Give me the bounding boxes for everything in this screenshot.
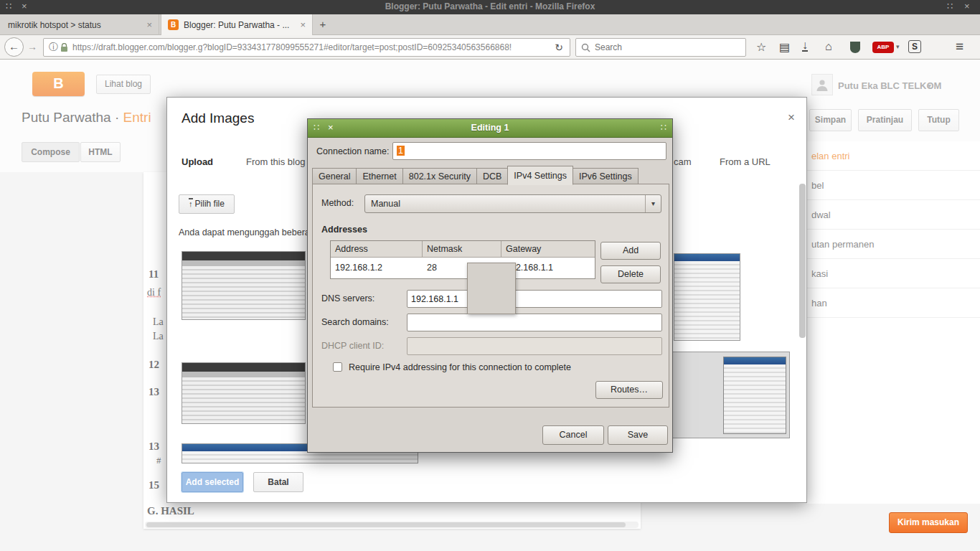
dns-servers-input[interactable]	[407, 290, 662, 308]
search-domains-label: Search domains:	[321, 317, 389, 327]
add-selected-button[interactable]: Add selected	[182, 472, 243, 492]
addresses-heading: Addresses	[321, 225, 367, 235]
thumbnail-content	[674, 261, 740, 340]
nm-dialog-titlebar[interactable]: ∷ × Editing 1 ∷	[308, 119, 672, 138]
back-button[interactable]: ←	[4, 37, 24, 57]
pocket-shield-icon[interactable]	[849, 41, 861, 54]
window-grip-right-icon[interactable]: ∷	[947, 1, 953, 11]
site-info-icon[interactable]: ⓘ	[49, 41, 58, 54]
tab-mikrotik-hotspot[interactable]: mikrotik hotspot > status ×	[1, 14, 159, 35]
thumbnail-titlebar	[182, 363, 305, 372]
url-text[interactable]: https://draft.blogger.com/blogger.g?blog…	[72, 42, 551, 52]
connection-name-label: Connection name:	[316, 146, 389, 156]
tab-from-this-blog[interactable]: From this blog	[246, 156, 305, 167]
save-button[interactable]: Save	[608, 425, 668, 445]
choose-file-button[interactable]: ↑Pilih file	[179, 194, 235, 214]
cell-address[interactable]: 192.168.1.2	[331, 258, 423, 278]
feedback-button[interactable]: Kirim masukan	[889, 512, 968, 533]
add-button[interactable]: Add	[600, 242, 661, 260]
adblock-caret-icon[interactable]: ▾	[896, 43, 900, 50]
screen: ∷ × Blogger: Putu Parwatha - Edit entri …	[0, 0, 980, 551]
require-ipv4-checkbox[interactable]	[333, 362, 342, 372]
hamburger-menu-icon[interactable]: ≡	[956, 39, 963, 55]
navigation-toolbar: ← → ⓘ https://draft.blogger.com/blogger.…	[0, 35, 980, 60]
thumbnail-titlebar	[724, 357, 786, 364]
window-close-right-icon[interactable]: ×	[964, 1, 970, 11]
addresses-table-header: Address Netmask Gateway	[331, 241, 595, 258]
tab-close-icon[interactable]: ×	[300, 19, 306, 30]
thumbnail-titlebar	[674, 254, 740, 261]
thumbnail-content	[724, 364, 786, 433]
header-netmask[interactable]: Netmask	[423, 241, 501, 257]
downloads-icon[interactable]: ↓	[802, 40, 808, 52]
upload-hint-text: Anda dapat mengunggah beberapa fi	[179, 227, 326, 237]
add-images-title: Add Images	[182, 110, 254, 126]
image-thumbnail[interactable]	[674, 253, 740, 341]
tab-802-1x-security[interactable]: 802.1x Security	[402, 168, 477, 184]
lock-icon	[60, 43, 68, 52]
modal-scrollbar-thumb[interactable]	[799, 184, 806, 338]
tab-ipv6-settings[interactable]: IPv6 Settings	[573, 168, 639, 184]
window-title: Blogger: Putu Parwatha - Edit entri - Mo…	[0, 1, 980, 11]
delete-button[interactable]: Delete	[600, 265, 661, 283]
browser-tabbar: mikrotik hotspot > status × B Blogger: P…	[0, 14, 980, 35]
tab-label: mikrotik hotspot > status	[8, 20, 141, 30]
cell-editor-popup[interactable]	[467, 263, 516, 314]
choose-file-label: Pilih file	[195, 199, 225, 209]
home-icon[interactable]: ⌂	[825, 40, 832, 53]
nm-connection-editor-dialog: ∷ × Editing 1 ∷ Connection name: 1 Gener…	[307, 118, 673, 453]
nm-grip-right-icon[interactable]: ∷	[661, 122, 666, 133]
adblock-plus-icon[interactable]: ABP	[872, 42, 894, 53]
window-titlebar: ∷ × Blogger: Putu Parwatha - Edit entri …	[0, 0, 980, 14]
table-row[interactable]: 192.168.1.2 28 192.168.1.1	[331, 258, 595, 278]
bookmarks-menu-icon[interactable]: ▤	[779, 40, 790, 54]
image-thumbnail[interactable]	[182, 362, 306, 424]
tab-upload[interactable]: Upload	[182, 156, 213, 167]
cancel-upload-button[interactable]: Batal	[253, 472, 303, 492]
thumbnail-toolbar	[182, 260, 305, 266]
search-icon	[581, 43, 590, 52]
dns-servers-label: DNS servers:	[321, 293, 374, 303]
image-thumbnail[interactable]	[182, 251, 306, 320]
tab-general[interactable]: General	[312, 168, 357, 184]
method-label: Method:	[321, 198, 354, 208]
forward-button[interactable]: →	[27, 41, 37, 52]
nm-dialog-title: Editing 1	[308, 123, 672, 133]
connection-name-input[interactable]: 1	[392, 142, 666, 160]
header-address[interactable]: Address	[331, 241, 423, 257]
bookmark-star-icon[interactable]: ☆	[756, 40, 766, 54]
reload-icon[interactable]: ↻	[555, 42, 563, 53]
thumbnail-content	[182, 451, 418, 463]
search-input[interactable]	[595, 42, 745, 52]
tab-blogger[interactable]: B Blogger: Putu Parwatha - ... ×	[161, 14, 313, 35]
thumbnail-toolbar	[182, 372, 305, 377]
tab-ipv4-settings[interactable]: IPv4 Settings	[507, 166, 573, 185]
dhcp-client-id-label: DHCP client ID:	[321, 341, 384, 351]
routes-button[interactable]: Routes…	[595, 381, 663, 399]
search-domains-input[interactable]	[407, 314, 662, 331]
s-extension-icon[interactable]: S	[908, 40, 921, 53]
dhcp-client-id-input	[407, 337, 662, 355]
tab-webcam[interactable]: cam	[674, 156, 692, 167]
require-ipv4-label: Require IPv4 addressing for this connect…	[349, 362, 571, 372]
addresses-table[interactable]: Address Netmask Gateway 192.168.1.2 28 1…	[330, 240, 595, 279]
tab-ethernet[interactable]: Ethernet	[356, 168, 402, 184]
cancel-button[interactable]: Cancel	[542, 425, 604, 445]
url-bar[interactable]: ⓘ https://draft.blogger.com/blogger.g?bl…	[43, 38, 570, 57]
upload-icon: ↑	[189, 198, 193, 208]
new-tab-button[interactable]: +	[314, 18, 331, 32]
thumbnail-content	[182, 266, 305, 319]
tab-close-icon[interactable]: ×	[146, 19, 152, 30]
tab-from-url[interactable]: From a URL	[720, 156, 771, 167]
tab-dcb[interactable]: DCB	[476, 168, 508, 184]
header-gateway[interactable]: Gateway	[501, 241, 595, 257]
selected-text: 1	[397, 146, 405, 156]
search-bar[interactable]	[575, 38, 746, 57]
method-combobox[interactable]: Manual ▾	[364, 194, 661, 213]
add-images-close-icon[interactable]: ×	[788, 110, 795, 125]
thumbnail-content	[182, 377, 305, 423]
tab-label: Blogger: Putu Parwatha - ...	[184, 20, 295, 30]
image-thumbnail[interactable]	[669, 352, 790, 438]
blogger-favicon: B	[168, 19, 179, 30]
thumbnail-titlebar	[182, 252, 305, 260]
